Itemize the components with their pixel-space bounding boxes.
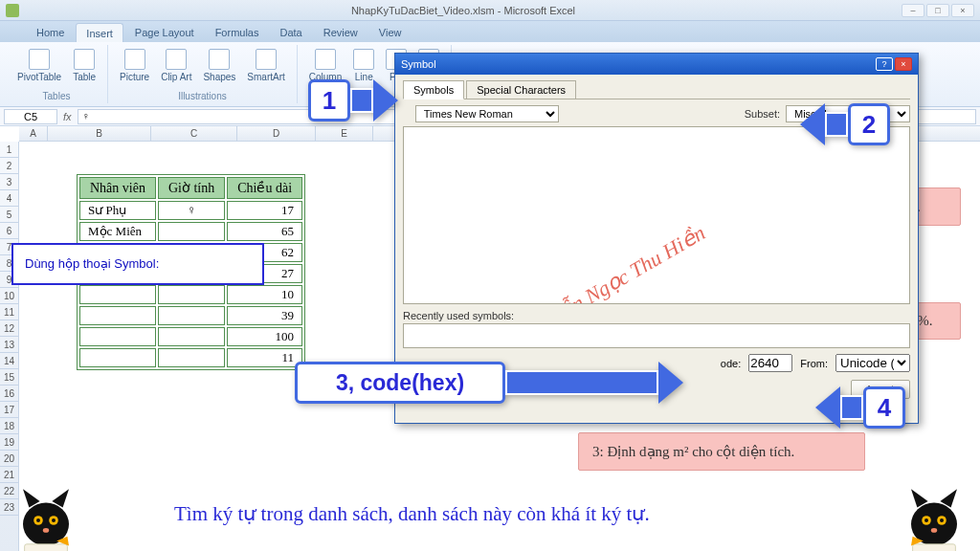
table-header: Chiều dài <box>227 177 302 199</box>
row-header-12[interactable]: 12 <box>0 320 18 337</box>
svg-rect-8 <box>25 544 68 551</box>
row-header-5[interactable]: 5 <box>0 207 18 223</box>
row-header-14[interactable]: 14 <box>0 353 18 369</box>
name-box[interactable]: C5 <box>4 109 57 124</box>
table-cell[interactable] <box>158 285 225 304</box>
charcode-label: ode: <box>721 358 741 369</box>
cat-left-icon <box>8 478 84 551</box>
pivottable-button[interactable]: PivotTable <box>13 47 65 84</box>
arrow-3-label: 3, code(hex) <box>295 362 505 404</box>
tab-symbols[interactable]: Symbols <box>403 80 464 99</box>
table-cell[interactable]: Mộc Miên <box>79 222 156 241</box>
table-cell[interactable]: ♀ <box>158 201 225 220</box>
table-cell[interactable] <box>158 222 225 241</box>
row-header-15[interactable]: 15 <box>0 369 18 386</box>
row-header-1[interactable]: 1 <box>0 142 18 158</box>
minimize-button[interactable]: – <box>902 4 924 17</box>
symbol-grid[interactable]: Nguyễn Ngọc Thu Hiền <box>403 126 910 304</box>
picture-icon <box>124 49 145 70</box>
row-header-6[interactable]: 6 <box>0 223 18 239</box>
shapes-button[interactable]: Shapes <box>199 47 239 84</box>
tab-insert[interactable]: Insert <box>76 23 123 42</box>
table-cell[interactable]: 39 <box>227 306 302 325</box>
table-cell[interactable]: 100 <box>227 327 302 346</box>
row-header-20[interactable]: 20 <box>0 451 18 467</box>
window-title: NhapKyTuDacBiet_Video.xlsm - Microsoft E… <box>25 5 902 16</box>
col-header-D[interactable]: D <box>237 126 316 141</box>
row-header-10[interactable]: 10 <box>0 288 18 304</box>
smartart-icon <box>256 49 277 70</box>
table-icon <box>74 49 95 70</box>
tab-page-layout[interactable]: Page Layout <box>125 23 204 42</box>
svg-point-5 <box>36 518 40 522</box>
svg-point-17 <box>931 528 937 533</box>
shapes-icon <box>209 49 230 70</box>
arrow-2: 2 <box>800 103 890 145</box>
tab-home[interactable]: Home <box>27 23 74 42</box>
tab-view[interactable]: View <box>369 23 412 42</box>
svg-point-15 <box>940 518 944 522</box>
recent-symbols-grid[interactable] <box>403 323 910 348</box>
row-header-11[interactable]: 11 <box>0 304 18 320</box>
dialog-help-button[interactable]: ? <box>876 57 893 71</box>
table-cell[interactable] <box>79 348 156 367</box>
table-cell[interactable]: Sư Phụ <box>79 201 156 220</box>
tab-special-characters[interactable]: Special Characters <box>466 80 576 99</box>
app-titlebar: NhapKyTuDacBiet_Video.xlsm - Microsoft E… <box>0 0 980 21</box>
svg-point-7 <box>43 528 49 533</box>
recent-label: Recently used symbols: <box>403 310 910 321</box>
table-cell[interactable]: 11 <box>227 348 302 367</box>
dialog-close-button[interactable]: × <box>895 57 912 71</box>
close-button[interactable]: × <box>951 4 974 17</box>
row-header-16[interactable]: 16 <box>0 386 18 402</box>
maximize-button[interactable]: □ <box>926 4 949 17</box>
row-header-17[interactable]: 17 <box>0 402 18 418</box>
picture-button[interactable]: Picture <box>116 47 153 84</box>
table-cell[interactable]: 17 <box>227 201 302 220</box>
arrow-1: 1 <box>308 79 398 121</box>
table-cell[interactable] <box>79 327 156 346</box>
charcode-input[interactable] <box>748 354 792 372</box>
dialog-tabs: Symbols Special Characters <box>403 80 910 99</box>
clipart-button[interactable]: Clip Art <box>157 47 195 84</box>
table-button[interactable]: Table <box>69 47 100 84</box>
dialog-titlebar[interactable]: Symbol ? × <box>395 54 918 75</box>
ribbon-group-tables: PivotTable Table Tables <box>6 45 108 103</box>
from-select[interactable]: Unicode (he <box>835 354 910 372</box>
table-cell[interactable] <box>79 285 156 304</box>
tab-formulas[interactable]: Formulas <box>206 23 269 42</box>
table-cell[interactable] <box>79 306 156 325</box>
arrow-3: 3, code(hex) <box>295 362 683 404</box>
dialog-title: Symbol <box>401 58 436 70</box>
row-header-4[interactable]: 4 <box>0 190 18 207</box>
col-header-B[interactable]: B <box>48 126 151 141</box>
col-header-C[interactable]: C <box>151 126 237 141</box>
row-header-13[interactable]: 13 <box>0 337 18 353</box>
pink-callout-3: 3: Định dạng m² cho cột diện tích. <box>578 432 865 471</box>
summary-text: Tìm ký tự trong danh sách, danh sách này… <box>174 502 650 526</box>
row-header-18[interactable]: 18 <box>0 418 18 434</box>
table-cell[interactable] <box>158 348 225 367</box>
col-header-E[interactable]: E <box>316 126 373 141</box>
clipart-icon <box>166 49 187 70</box>
font-select[interactable]: Times New Roman <box>415 105 559 122</box>
table-header: Giờ tính <box>158 177 225 199</box>
table-cell[interactable] <box>158 306 225 325</box>
table-cell[interactable]: 65 <box>227 222 302 241</box>
table-cell[interactable] <box>158 327 225 346</box>
excel-logo-icon <box>6 4 19 17</box>
row-header-19[interactable]: 19 <box>0 434 18 451</box>
instructions-title: Dùng hộp thoại Symbol: <box>25 254 251 274</box>
arrow-1-number: 1 <box>308 79 350 121</box>
ribbon-tabs: Home Insert Page Layout Formulas Data Re… <box>0 21 980 42</box>
table-cell[interactable]: 10 <box>227 285 302 304</box>
col-header-A[interactable]: A <box>19 126 48 141</box>
fx-icon[interactable]: fx <box>63 111 72 122</box>
row-header-2[interactable]: 2 <box>0 158 18 174</box>
smartart-button[interactable]: SmartArt <box>243 47 288 84</box>
arrow-4-number: 4 <box>863 386 905 429</box>
row-header-3[interactable]: 3 <box>0 174 18 190</box>
tab-data[interactable]: Data <box>270 23 311 42</box>
tab-review[interactable]: Review <box>314 23 368 42</box>
line-chart-icon <box>353 49 374 70</box>
